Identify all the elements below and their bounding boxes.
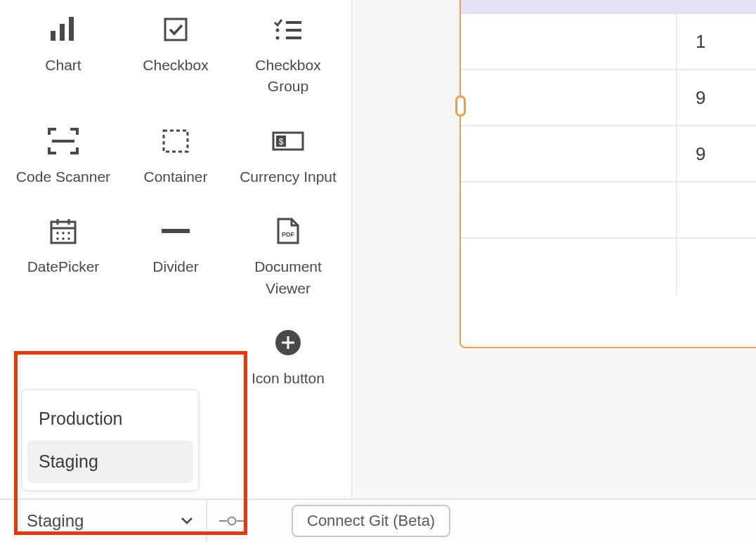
svg-point-30 xyxy=(228,517,236,525)
canvas-area: 1 9 9 xyxy=(354,0,756,498)
environment-dropdown-popup: Production Staging xyxy=(21,389,200,491)
svg-point-8 xyxy=(276,37,280,40)
component-label: DatePicker xyxy=(27,256,100,277)
table-cell xyxy=(461,183,677,237)
svg-point-7 xyxy=(276,29,280,32)
table-cell-value: 9 xyxy=(677,126,756,181)
git-commit-icon xyxy=(207,516,256,526)
table-row[interactable] xyxy=(461,239,756,295)
connect-git-button[interactable]: Connect Git (Beta) xyxy=(292,505,450,537)
svg-point-19 xyxy=(62,232,65,235)
datepicker-icon xyxy=(49,214,77,248)
component-chart[interactable]: Chart xyxy=(7,0,119,105)
table-cell xyxy=(461,239,677,295)
component-empty xyxy=(119,313,232,396)
component-currency-input[interactable]: $ Currency Input xyxy=(232,112,344,194)
table-cell xyxy=(677,183,756,237)
divider-icon xyxy=(162,214,190,248)
chevron-down-icon xyxy=(181,514,193,529)
dropdown-item-staging[interactable]: Staging xyxy=(27,440,193,483)
table-cell xyxy=(461,14,677,69)
svg-point-22 xyxy=(62,238,65,241)
components-grid: Chart Checkbox xyxy=(0,0,351,397)
component-checkbox[interactable]: Checkbox xyxy=(119,0,232,105)
svg-point-18 xyxy=(56,232,59,235)
bottom-bar: Staging Connect Git (Beta) xyxy=(0,498,756,542)
svg-point-20 xyxy=(67,232,70,235)
svg-point-23 xyxy=(67,238,70,241)
component-datepicker[interactable]: DatePicker xyxy=(7,201,119,306)
table-row[interactable]: 9 xyxy=(461,70,756,126)
component-label: Currency Input xyxy=(240,166,337,187)
table-cell xyxy=(461,126,677,181)
table-cell-value: 1 xyxy=(677,14,756,69)
svg-text:PDF: PDF xyxy=(282,231,295,238)
component-label: Document Viewer xyxy=(236,256,340,299)
environment-selector[interactable]: Staging xyxy=(0,500,207,542)
table-row[interactable]: 9 xyxy=(461,126,756,183)
component-label: Checkbox Group xyxy=(236,55,340,98)
table-cell-value: 9 xyxy=(677,70,756,125)
component-document-viewer[interactable]: PDF Document Viewer xyxy=(232,201,344,306)
checkbox-icon xyxy=(164,13,188,46)
component-label: Code Scanner xyxy=(16,166,110,187)
component-label: Checkbox xyxy=(143,55,208,76)
svg-point-21 xyxy=(56,238,59,241)
document-viewer-icon: PDF xyxy=(276,214,300,248)
svg-text:$: $ xyxy=(279,137,284,147)
svg-rect-10 xyxy=(164,131,188,152)
svg-rect-0 xyxy=(51,31,56,41)
checkbox-group-icon xyxy=(273,13,303,46)
component-code-scanner[interactable]: Code Scanner xyxy=(7,112,119,194)
table-cell xyxy=(677,239,756,295)
icon-button-icon xyxy=(275,326,301,359)
component-label: Divider xyxy=(152,256,198,277)
code-scanner-icon xyxy=(48,124,79,158)
table-cell xyxy=(461,70,677,125)
currency-input-icon: $ xyxy=(272,124,304,158)
svg-rect-3 xyxy=(165,19,186,40)
svg-rect-24 xyxy=(162,229,190,233)
dropdown-item-production[interactable]: Production xyxy=(27,397,193,440)
table-row[interactable] xyxy=(461,183,756,239)
table-widget[interactable]: 1 9 9 xyxy=(460,0,756,348)
component-checkbox-group[interactable]: Checkbox Group xyxy=(232,0,344,105)
container-icon xyxy=(162,124,190,158)
component-container[interactable]: Container xyxy=(119,112,232,194)
svg-rect-1 xyxy=(60,24,65,41)
svg-rect-2 xyxy=(69,17,74,41)
component-label: Icon button xyxy=(252,368,325,389)
environment-selector-label: Staging xyxy=(27,511,84,531)
component-label: Chart xyxy=(45,55,81,76)
component-divider[interactable]: Divider xyxy=(119,201,232,306)
component-empty xyxy=(7,313,119,396)
table-row[interactable]: 1 xyxy=(461,14,756,70)
component-label: Container xyxy=(143,166,207,187)
table-resize-handle[interactable] xyxy=(455,95,466,117)
component-icon-button[interactable]: Icon button xyxy=(232,313,344,396)
table-header xyxy=(461,0,756,14)
chart-icon xyxy=(49,13,77,46)
